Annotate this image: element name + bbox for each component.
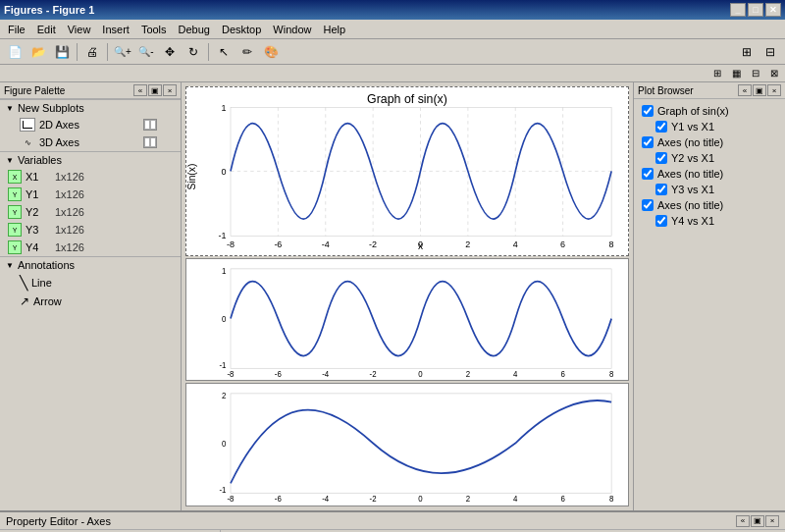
title-text: Figures - Figure 1	[4, 4, 94, 16]
menu-insert[interactable]: Insert	[96, 22, 135, 37]
menu-bar: File Edit View Insert Tools Debug Deskto…	[0, 20, 785, 39]
var-y2-icon: Y	[8, 205, 22, 219]
browser-check-y2[interactable]	[655, 152, 667, 164]
palette-scroll[interactable]: New Subplots 2D Axes ∿ 3D Axes	[0, 99, 181, 510]
var-y3-icon: Y	[8, 223, 22, 237]
menu-edit[interactable]: Edit	[31, 22, 62, 37]
var-y4-icon: Y	[8, 240, 22, 254]
svg-text:-1: -1	[219, 231, 227, 240]
browser-check-graph[interactable]	[642, 105, 654, 117]
browser-check-axes2[interactable]	[642, 168, 654, 180]
browser-check-axes3[interactable]	[642, 199, 654, 211]
item-3d-axes[interactable]: ∿ 3D Axes	[0, 133, 181, 151]
browser-check-axes1[interactable]	[642, 136, 654, 148]
svg-text:Sin(x): Sin(x)	[186, 164, 197, 190]
plot-browser-title: Plot Browser	[638, 85, 694, 96]
figure-palette-title: Figure Palette	[4, 85, 65, 96]
browser-check-y1[interactable]	[655, 121, 667, 133]
tile-button[interactable]: ⊞	[736, 41, 758, 63]
browser-item-axes2[interactable]: Axes (no title)	[636, 166, 783, 182]
var-y3[interactable]: Y Y3 1x126	[0, 221, 181, 239]
open-button[interactable]: 📂	[27, 41, 49, 63]
svg-text:0: 0	[222, 315, 227, 324]
browser-item-axes3[interactable]: Axes (no title)	[636, 197, 783, 213]
browser-item-y1[interactable]: Y1 vs X1	[636, 119, 783, 134]
plot-3-svg: -8 -6 -4 -2 0 2 4 6 8 2 0 -1	[186, 384, 628, 505]
svg-text:-2: -2	[369, 239, 377, 249]
svg-text:-4: -4	[322, 239, 330, 249]
browser-item-y4[interactable]: Y4 vs X1	[636, 213, 783, 229]
plot-1[interactable]: Graph of sin(x) x Sin(x) -8 -6	[185, 86, 629, 256]
browser-item-graph[interactable]: Graph of sin(x)	[636, 103, 783, 119]
print-button[interactable]: 🖨	[81, 41, 103, 63]
brush-button[interactable]: ✏	[236, 41, 258, 63]
browser-close[interactable]: ×	[767, 84, 781, 96]
browser-scroll[interactable]: Graph of sin(x) Y1 vs X1 Axes (no title)…	[634, 99, 785, 510]
maximize-button[interactable]: □	[748, 3, 763, 17]
svg-text:-2: -2	[370, 369, 377, 378]
menu-file[interactable]: File	[2, 22, 31, 37]
menu-debug[interactable]: Debug	[173, 22, 216, 37]
plot-2[interactable]: -8 -6 -4 -2 0 2 4 6 8 1 0 -1	[185, 258, 629, 382]
svg-text:Graph of sin(x): Graph of sin(x)	[367, 92, 447, 106]
browser-check-y4[interactable]	[655, 215, 667, 227]
browser-item-axes1[interactable]: Axes (no title)	[636, 134, 783, 150]
svg-text:-1: -1	[219, 361, 226, 370]
item-arrow[interactable]: ↗ Arrow	[0, 293, 181, 310]
tb2-btn-4[interactable]: ⊠	[765, 66, 783, 81]
rotate-button[interactable]: ↻	[183, 41, 204, 63]
svg-text:4: 4	[513, 495, 518, 504]
svg-text:1: 1	[221, 103, 226, 113]
svg-text:2: 2	[466, 495, 471, 504]
menu-view[interactable]: View	[62, 22, 97, 37]
item-line[interactable]: ╲ Line	[0, 273, 181, 293]
item-2d-axes[interactable]: 2D Axes	[0, 116, 181, 133]
prop-editor-header: Property Editor - Axes « ▣ ×	[0, 512, 785, 530]
tb2-btn-2[interactable]: ▦	[727, 66, 746, 81]
palette-close[interactable]: ×	[163, 84, 177, 96]
var-y2[interactable]: Y Y2 1x126	[0, 203, 181, 221]
browser-item-y2[interactable]: Y2 vs X1	[636, 150, 783, 166]
section-new-subplots[interactable]: New Subplots	[0, 99, 181, 116]
figure-palette: Figure Palette « ▣ × New Subplots 2D Axe…	[0, 82, 182, 510]
cursor-button[interactable]: ↖	[213, 41, 235, 63]
save-button[interactable]: 💾	[51, 41, 73, 63]
pan-button[interactable]: ✥	[159, 41, 181, 63]
browser-ctrl-1[interactable]: «	[738, 84, 752, 96]
svg-text:0: 0	[222, 440, 227, 449]
arrow-icon: ↗	[20, 294, 29, 308]
line-icon: ╲	[20, 275, 27, 291]
close-button[interactable]: ✕	[765, 3, 781, 17]
menu-desktop[interactable]: Desktop	[216, 22, 267, 37]
menu-window[interactable]: Window	[267, 22, 317, 37]
new-button[interactable]: 📄	[4, 41, 26, 63]
prop-ctrl-2[interactable]: ▣	[751, 515, 764, 527]
zoom-out-button[interactable]: 🔍-	[135, 41, 157, 63]
tb2-btn-3[interactable]: ⊟	[747, 66, 764, 81]
color-button[interactable]: 🎨	[260, 41, 282, 63]
var-x1[interactable]: X X1 1x126	[0, 168, 181, 186]
var-y4[interactable]: Y Y4 1x126	[0, 239, 181, 256]
tb2-btn-1[interactable]: ⊞	[708, 66, 726, 81]
menu-tools[interactable]: Tools	[135, 22, 173, 37]
palette-ctrl-2[interactable]: ▣	[148, 84, 162, 96]
browser-item-y3[interactable]: Y3 vs X1	[636, 182, 783, 197]
palette-controls: « ▣ ×	[133, 84, 177, 96]
prop-close[interactable]: ×	[765, 515, 779, 527]
section-annotations[interactable]: Annotations	[0, 256, 181, 273]
section-variables[interactable]: Variables	[0, 151, 181, 168]
plot-3[interactable]: -8 -6 -4 -2 0 2 4 6 8 2 0 -1	[185, 383, 629, 506]
minimize-button[interactable]: _	[730, 3, 746, 17]
browser-check-y3[interactable]	[655, 184, 667, 195]
palette-ctrl-1[interactable]: «	[133, 84, 147, 96]
var-y1[interactable]: Y Y1 1x126	[0, 186, 181, 203]
property-editor: Property Editor - Axes « ▣ × Title: ▼ Co…	[0, 510, 785, 532]
menu-help[interactable]: Help	[317, 22, 351, 37]
browser-ctrl-2[interactable]: ▣	[753, 84, 766, 96]
plot-1-svg: Graph of sin(x) x Sin(x) -8 -6	[186, 87, 628, 255]
svg-text:4: 4	[513, 369, 518, 378]
zoom-in-button[interactable]: 🔍+	[112, 41, 133, 63]
grid-button[interactable]: ⊟	[759, 41, 781, 63]
toolbar-sep-3	[208, 43, 209, 61]
prop-ctrl-1[interactable]: «	[736, 515, 750, 527]
